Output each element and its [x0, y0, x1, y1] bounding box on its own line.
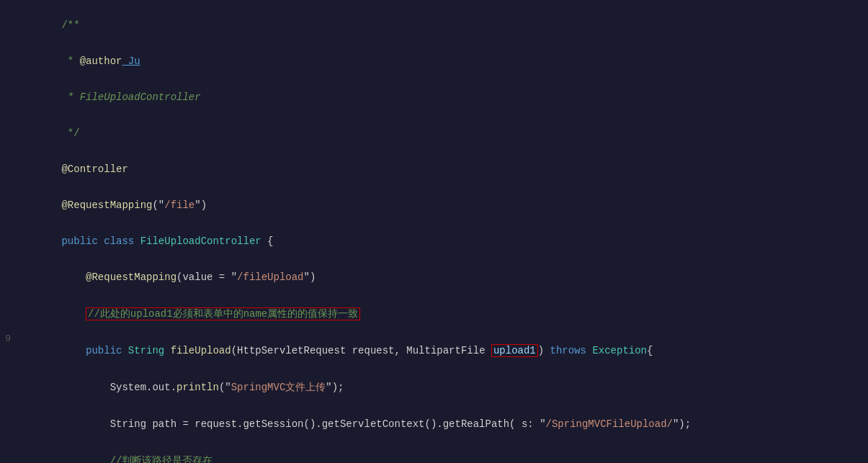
- code-line: * @author Ju: [0, 43, 868, 79]
- code-token: (HttpServletRequest request, MultipartFi…: [231, 345, 491, 356]
- code-editor: /** * @author Ju * FileUploadController …: [0, 0, 868, 463]
- code-token: Ju: [122, 55, 140, 67]
- code-token: throws: [550, 345, 586, 356]
- code-token: /SpringMVCFileUpload/: [546, 418, 673, 430]
- code-token: [61, 308, 86, 320]
- code-token: String path = request.getSession().getSe…: [61, 418, 545, 430]
- code-token: upload1: [493, 345, 536, 356]
- code-token: @RequestMapping: [86, 271, 176, 283]
- code-token: System.out.: [61, 382, 176, 393]
- code-token: //判断该路径是否存在: [110, 455, 213, 463]
- code-token: (": [152, 199, 164, 211]
- code-token: println: [176, 382, 219, 393]
- highlight-comment-upload1: //此处的upload1必须和表单中的name属性的的值保持一致: [86, 307, 360, 320]
- code-line: */: [0, 115, 868, 151]
- code-token: */: [61, 127, 79, 139]
- code-line: public class FileUploadController {: [0, 223, 868, 259]
- code-line: /**: [0, 7, 868, 43]
- code-line: String path = request.getSession().getSe…: [0, 406, 868, 442]
- highlight-upload1-param: upload1: [491, 344, 538, 357]
- code-token: @Controller: [61, 163, 127, 175]
- code-token: *: [61, 55, 79, 67]
- code-token: class: [104, 235, 140, 247]
- code-token: /fileUpload: [237, 271, 303, 283]
- code-token: @author: [80, 55, 122, 67]
- code-token: "): [194, 199, 207, 211]
- code-token: {: [261, 235, 274, 247]
- code-token: [61, 271, 86, 283]
- code-token: ");: [326, 382, 344, 393]
- code-token: //此处的upload1必须和表单中的name属性的的值保持一致: [88, 308, 358, 320]
- code-line: @RequestMapping(value = "/fileUpload"): [0, 259, 868, 295]
- code-token: @RequestMapping: [61, 199, 152, 211]
- code-token: fileUpload: [171, 345, 231, 356]
- code-token: (": [219, 382, 231, 393]
- code-line: @RequestMapping("/file"): [0, 187, 868, 223]
- code-token: ): [538, 345, 550, 356]
- code-token: [61, 455, 109, 463]
- code-token: FileUploadController: [140, 235, 261, 247]
- code-token: String: [128, 345, 171, 356]
- code-token: SpringMVC文件上传: [231, 382, 326, 393]
- code-token: public: [86, 345, 128, 356]
- code-line: System.out.println("SpringMVC文件上传");: [0, 369, 868, 406]
- code-token: * FileUploadController: [61, 91, 200, 103]
- code-token: /**: [61, 19, 79, 31]
- code-token: Exception: [592, 345, 647, 356]
- code-token: public: [61, 235, 104, 247]
- code-token: ");: [673, 418, 691, 430]
- code-line: @Controller: [0, 151, 868, 187]
- code-token: {: [647, 345, 653, 356]
- code-line: //判断该路径是否存在: [0, 442, 868, 463]
- code-token: [61, 345, 86, 356]
- code-token: /file: [164, 199, 194, 211]
- code-line-comment-highlight: //此处的upload1必须和表单中的name属性的的值保持一致: [0, 295, 868, 333]
- code-line-method: 9 public String fileUpload(HttpServletRe…: [0, 333, 868, 369]
- code-line: * FileUploadController: [0, 79, 868, 115]
- code-token: (value = ": [176, 271, 237, 283]
- code-token: "): [304, 271, 316, 283]
